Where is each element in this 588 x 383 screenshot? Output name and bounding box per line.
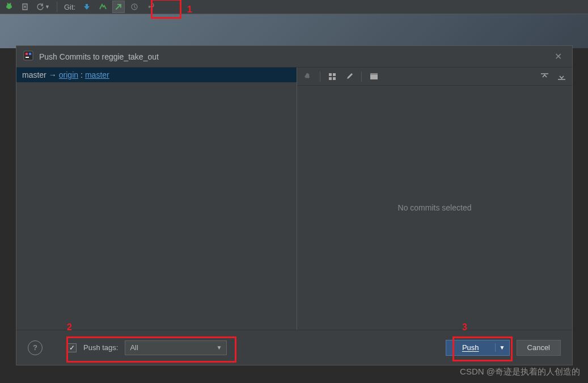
- commits-pane: No commits selected: [297, 68, 572, 330]
- push-tags-checkbox[interactable]: ✓: [67, 343, 77, 352]
- background-gradient: [0, 14, 588, 48]
- push-button[interactable]: Push ▼: [446, 340, 510, 356]
- dropdown-value: All: [130, 343, 138, 352]
- annotation-number-2: 2: [67, 322, 72, 333]
- close-icon[interactable]: ✕: [551, 49, 565, 64]
- collapse-icon[interactable]: [554, 70, 569, 83]
- preview-icon[interactable]: [366, 70, 381, 83]
- commits-toolbar: [297, 68, 572, 86]
- svg-rect-5: [329, 73, 332, 76]
- arrow-icon: →: [49, 70, 57, 79]
- svg-rect-8: [333, 77, 336, 80]
- git-push-icon[interactable]: [112, 1, 125, 13]
- svg-rect-3: [29, 53, 31, 55]
- chevron-down-icon: ▼: [217, 344, 222, 351]
- svg-rect-7: [329, 77, 332, 80]
- branch-sep: :: [81, 70, 83, 79]
- branches-pane: master → origin : master: [16, 68, 297, 330]
- commits-placeholder: No commits selected: [297, 86, 572, 330]
- push-dropdown-icon[interactable]: ▼: [496, 344, 509, 351]
- svg-rect-10: [370, 73, 378, 75]
- grid-icon[interactable]: [325, 70, 340, 83]
- intellij-icon: [23, 50, 33, 62]
- bug-icon[interactable]: [3, 1, 15, 13]
- git-revert-icon[interactable]: [144, 1, 156, 13]
- push-tags-dropdown[interactable]: All ▼: [125, 340, 227, 355]
- git-pull-icon[interactable]: [81, 1, 93, 13]
- branch-mapping-row[interactable]: master → origin : master: [16, 68, 297, 82]
- local-branch: master: [22, 70, 46, 79]
- dialog-titlebar: Push Commits to reggie_take_out ✕: [16, 46, 572, 68]
- toolbar-separator: [57, 2, 57, 12]
- svg-rect-4: [26, 57, 29, 58]
- toolbar-separator: [320, 71, 320, 82]
- svg-rect-6: [333, 73, 336, 76]
- cancel-button[interactable]: Cancel: [517, 340, 561, 356]
- stop-icon[interactable]: [19, 1, 31, 13]
- dialog-title: Push Commits to reggie_take_out: [39, 52, 159, 61]
- dialog-body: master → origin : master: [16, 68, 572, 330]
- git-history-icon[interactable]: [128, 1, 141, 13]
- help-button[interactable]: ?: [28, 340, 43, 355]
- push-tags-label: Push tags:: [83, 343, 118, 352]
- annotation-number-3: 3: [462, 322, 467, 333]
- annotation-number-1: 1: [187, 5, 192, 15]
- git-commit-icon[interactable]: [96, 1, 109, 13]
- svg-rect-2: [26, 53, 28, 55]
- svg-rect-1: [24, 51, 33, 60]
- git-label: Git:: [62, 3, 77, 11]
- main-toolbar: ▼ Git:: [0, 0, 588, 14]
- push-dialog: Push Commits to reggie_take_out ✕ master…: [16, 45, 573, 365]
- pin-icon[interactable]: [301, 70, 315, 83]
- edit-icon[interactable]: [342, 70, 357, 83]
- expand-icon[interactable]: [537, 70, 552, 83]
- dialog-footer: ? ✓ Push tags: All ▼ Push ▼ Cancel: [16, 330, 572, 365]
- push-button-label: Push: [446, 343, 496, 352]
- refresh-icon[interactable]: ▼: [35, 1, 52, 13]
- cancel-label: Cancel: [527, 343, 550, 352]
- remote-link[interactable]: origin: [59, 70, 78, 79]
- toolbar-separator: [361, 71, 362, 82]
- target-branch-link[interactable]: master: [85, 70, 109, 79]
- watermark: CSDN @奇迹是执着的人创造的: [460, 367, 580, 377]
